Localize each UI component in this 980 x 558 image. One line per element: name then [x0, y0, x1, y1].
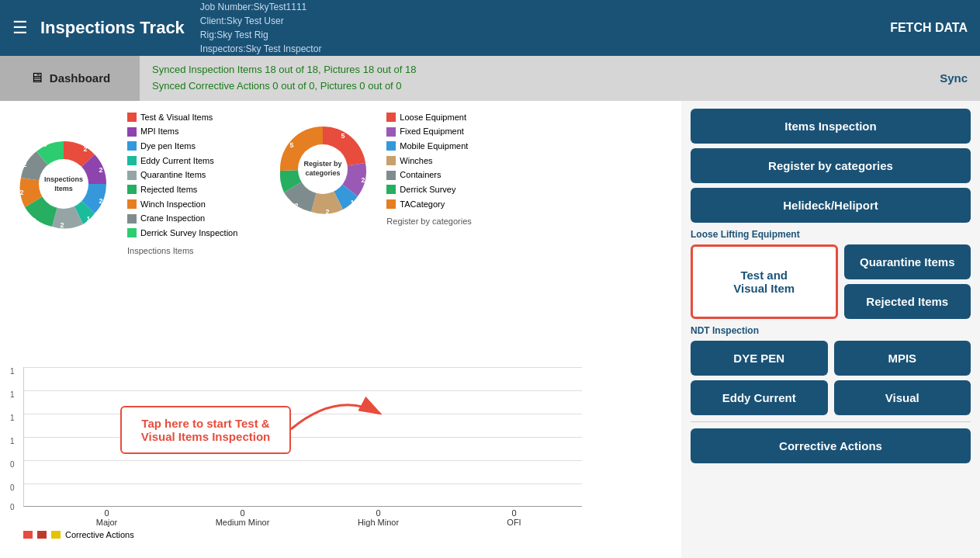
sync-bar: Synced Inspection Items 18 out of 18, Pi… [140, 56, 980, 101]
loose-section-label: Loose Lifting Equipment [691, 229, 971, 240]
popup-text: Tap here to start Test & Visual Items In… [141, 417, 270, 443]
svg-text:Register by: Register by [304, 160, 342, 168]
job-meta: Job Number:SkyTest1111 Client:Sky Test U… [200, 0, 890, 56]
sync-line2: Synced Corrective Actions 0 out of 0, Pi… [152, 78, 940, 95]
svg-text:2: 2 [60, 221, 64, 229]
svg-text:Inspections: Inspections [44, 175, 83, 183]
svg-text:1: 1 [86, 215, 90, 223]
svg-text:Items: Items [54, 185, 73, 192]
monitor-icon: 🖥 [29, 70, 43, 86]
right-panel: Items Inspection Register by categories … [681, 101, 980, 558]
svg-text:2: 2 [32, 217, 36, 224]
dashboard-label: Dashboard [50, 71, 110, 85]
svg-text:2: 2 [295, 202, 299, 210]
pie1-wrapper: Inspections Items 2 2 2 1 2 2 2 2 3 [9, 110, 237, 258]
svg-text:5: 5 [341, 132, 345, 140]
rejected-items-button[interactable]: Rejected Items [844, 284, 971, 319]
pie2-legend: Loose Equipment Fixed Equipment Mobile E… [386, 110, 471, 230]
eddy-current-button[interactable]: Eddy Current [691, 380, 828, 415]
visual-button[interactable]: Visual [834, 380, 971, 415]
ndt-section-label: NDT Inspection [691, 325, 971, 336]
helideck-button[interactable]: Helideck/Heliport [691, 188, 971, 223]
left-panel: Inspections Items 2 2 2 1 2 2 2 2 3 [0, 101, 681, 558]
svg-text:2: 2 [99, 166, 102, 174]
corrective-legend: Corrective Actions [23, 530, 582, 539]
pie1-chart: Inspections Items 2 2 2 1 2 2 2 2 3 [9, 130, 118, 238]
svg-text:1: 1 [278, 177, 282, 185]
corrective-actions-button[interactable]: Corrective Actions [691, 428, 971, 463]
test-visual-button[interactable]: Test and Visual Item [691, 244, 838, 319]
app-title: Inspections Track [40, 18, 185, 38]
svg-text:2: 2 [23, 161, 26, 168]
fetch-data-button[interactable]: FETCH DATA [890, 21, 968, 35]
dye-pen-button[interactable]: DYE PEN [691, 341, 828, 376]
svg-text:categories: categories [306, 169, 341, 177]
ndt-buttons-row2: Eddy Current Visual [691, 380, 971, 415]
quarantine-items-button[interactable]: Quarantine Items [844, 244, 971, 279]
svg-text:2: 2 [19, 189, 23, 196]
register-by-categories-button[interactable]: Register by categories [691, 148, 971, 183]
sync-text: Synced Inspection Items 18 out of 18, Pi… [152, 62, 940, 95]
svg-text:2: 2 [83, 145, 87, 153]
loose-buttons-row: Test and Visual Item Quarantine Items Re… [691, 244, 971, 319]
ndt-buttons-row1: DYE PEN MPIS [691, 341, 971, 376]
items-inspection-button[interactable]: Items Inspection [691, 109, 971, 144]
divider [691, 421, 971, 422]
svg-text:2: 2 [99, 197, 102, 205]
svg-text:5: 5 [290, 141, 294, 149]
dashboard-sidebar[interactable]: 🖥 Dashboard [0, 56, 140, 101]
corrective-legend-label: Corrective Actions [65, 530, 134, 539]
sync-line1: Synced Inspection Items 18 out of 18, Pi… [152, 62, 940, 78]
pie1-legend: Test & Visual Items MPI Items Dye pen It… [127, 110, 237, 258]
pie2-wrapper: Register by categories 5 2 1 2 2 1 5 Loo… [268, 110, 471, 230]
main-area: Inspections Items 2 2 2 1 2 2 2 2 3 [0, 101, 980, 558]
mpis-button[interactable]: MPIS [834, 341, 971, 376]
menu-icon[interactable]: ☰ [12, 18, 28, 38]
app-header: ☰ Inspections Track Job Number:SkyTest11… [0, 0, 980, 56]
sync-button[interactable]: Sync [940, 71, 968, 85]
job-number: Job Number:SkyTest1111 [200, 0, 890, 14]
svg-text:1: 1 [351, 199, 355, 206]
client-info: Client:Sky Test User [200, 14, 890, 28]
svg-point-1 [39, 159, 88, 209]
svg-text:2: 2 [362, 176, 365, 184]
svg-text:2: 2 [326, 208, 330, 216]
popup-arrow [291, 390, 384, 440]
inspector-info: Inspectors:Sky Test Inspector [200, 42, 890, 56]
popup-box: Tap here to start Test & Visual Items In… [120, 406, 291, 454]
charts-row: Inspections Items 2 2 2 1 2 2 2 2 3 [9, 110, 672, 258]
svg-text:3: 3 [43, 140, 47, 148]
pie2-chart: Register by categories 5 2 1 2 2 1 5 [268, 115, 377, 224]
rig-info: Rig:Sky Test Rig [200, 28, 890, 42]
